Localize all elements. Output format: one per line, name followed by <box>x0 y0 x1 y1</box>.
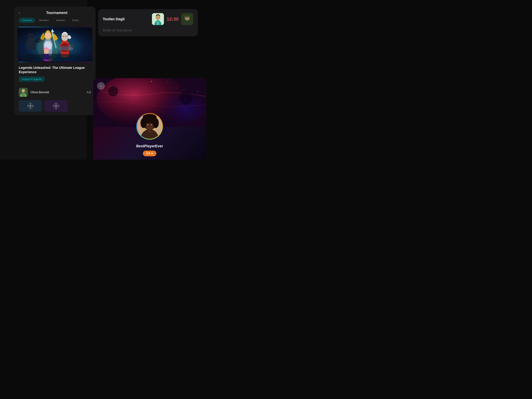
showcase-back-icon: ‹ <box>101 84 101 88</box>
star-icon: ★ <box>151 152 153 155</box>
svg-point-13 <box>44 49 49 54</box>
showcase-rating-badge: 4.9 ★ <box>143 151 156 156</box>
svg-point-23 <box>27 54 82 60</box>
svg-point-20 <box>64 40 65 40</box>
profile-avatar-circle <box>137 114 162 139</box>
game-tag[interactable]: League of Legends <box>19 76 45 82</box>
svg-point-72 <box>147 122 152 125</box>
svg-point-62 <box>140 118 146 128</box>
svg-point-18 <box>48 43 49 44</box>
thumbnail-2 <box>44 100 68 112</box>
svg-point-37 <box>158 18 159 18</box>
player-avatar <box>19 88 28 97</box>
svg-rect-8 <box>63 36 64 37</box>
svg-point-51 <box>189 85 190 85</box>
svg-point-11 <box>59 46 71 51</box>
match-avatar-player2 <box>181 13 193 25</box>
champions-illustration <box>18 26 92 63</box>
player-rating: 4.8 <box>87 91 91 94</box>
thumbnail-1 <box>19 100 42 112</box>
tab-members[interactable]: Members <box>36 18 52 23</box>
bottom-thumbnails <box>14 98 95 112</box>
showcase-player-name: BestPlayerEver <box>93 144 206 148</box>
profile-rating-ring <box>136 113 163 140</box>
svg-point-49 <box>151 81 152 82</box>
tab-matches[interactable]: Matches <box>53 18 68 23</box>
player-row: Olivia Bennett 4.8 <box>14 86 95 98</box>
showcase-player-image <box>137 114 162 139</box>
svg-rect-41 <box>184 16 190 17</box>
player-avatar-image <box>19 88 28 97</box>
svg-point-4 <box>45 32 51 39</box>
svg-point-42 <box>186 18 187 19</box>
svg-point-71 <box>149 126 150 127</box>
battle-title: Battle of champions <box>103 28 193 32</box>
svg-point-52 <box>197 91 198 92</box>
match-card: Toofan Dagli 12:30 <box>98 9 198 36</box>
tournament-info: Legends Unleashed: The Ultimate League E… <box>14 63 95 86</box>
player-name: Olivia Bennett <box>30 91 84 94</box>
svg-point-21 <box>61 42 62 43</box>
svg-point-22 <box>43 40 44 41</box>
showcase-back-button[interactable]: ‹ <box>97 82 105 90</box>
hero-image-inner <box>18 26 92 63</box>
svg-point-47 <box>110 86 110 87</box>
svg-point-10 <box>71 44 74 48</box>
match-player-name: Toofan Dagli <box>103 17 149 21</box>
svg-point-25 <box>22 89 25 92</box>
page-title: Tournament <box>23 11 91 15</box>
match-avatar-player1 <box>152 13 164 25</box>
thumb-image-2 <box>44 100 68 112</box>
showcase-rating-value: 4.9 <box>146 152 150 155</box>
tab-bar: Overview Members Matches Ranki... <box>14 18 95 23</box>
showcase-card: ‹ <box>93 78 206 160</box>
tab-rankings[interactable]: Ranki... <box>69 18 83 23</box>
back-button[interactable]: ‹ <box>19 11 20 15</box>
card-header: ‹ Tournament <box>14 7 95 18</box>
thumb-image-1 <box>19 100 42 112</box>
svg-point-19 <box>45 46 46 46</box>
svg-rect-9 <box>65 36 66 37</box>
svg-point-54 <box>168 82 168 82</box>
svg-point-56 <box>179 91 193 105</box>
svg-point-55 <box>108 86 118 96</box>
tournament-name: Legends Unleashed: The Ultimate League E… <box>19 65 91 74</box>
match-players-row: Toofan Dagli 12:30 <box>103 13 193 25</box>
svg-point-48 <box>126 83 127 83</box>
match-player1-image <box>152 13 164 25</box>
svg-point-63 <box>153 118 159 128</box>
player-avatar-inner <box>19 88 28 97</box>
player-profile-wrapper <box>136 113 163 140</box>
hero-banner <box>18 26 92 63</box>
svg-point-43 <box>188 18 189 19</box>
match-player2-image <box>181 13 193 25</box>
svg-rect-64 <box>148 129 151 133</box>
tab-overview[interactable]: Overview <box>19 18 35 23</box>
svg-point-50 <box>176 88 176 88</box>
match-time: 12:30 <box>167 16 178 22</box>
tournament-card: ‹ Tournament Overview Members Matches Ra… <box>14 7 95 115</box>
svg-point-36 <box>157 18 157 18</box>
